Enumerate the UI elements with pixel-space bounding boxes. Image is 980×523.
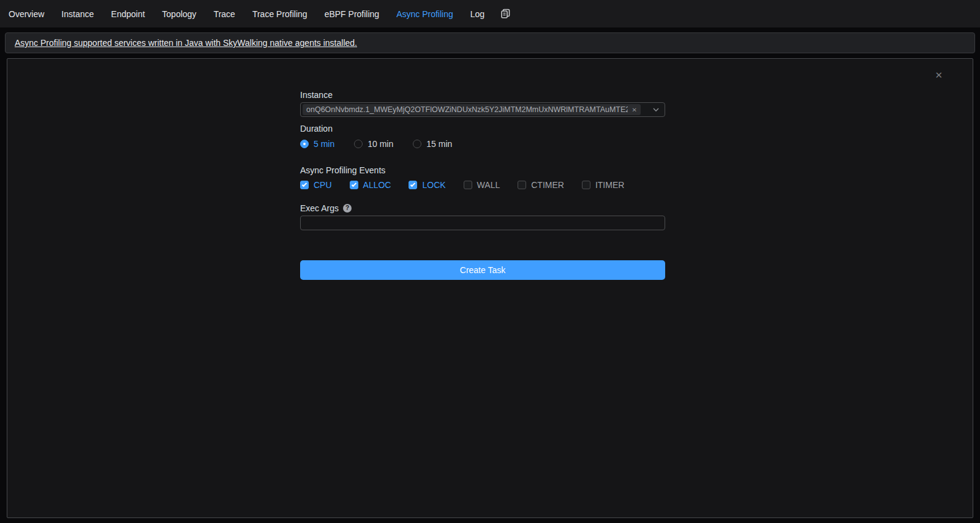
radio-icon	[413, 140, 421, 148]
tag-remove-icon[interactable]: ✕	[632, 107, 637, 113]
instance-label: Instance	[300, 90, 333, 100]
events-checkbox-group: CPU ALLOC LOCK WALL CTIMER ITIMER	[300, 180, 624, 190]
event-checkbox-cpu[interactable]: CPU	[300, 180, 332, 190]
duration-radio-5min[interactable]: 5 min	[300, 139, 334, 149]
tab-async-profiling[interactable]: Async Profiling	[388, 9, 462, 19]
instance-tag: onQ6OnNvbmdz.1_MWEyMjQ2OTFlOWZiNDUxNzk5Y…	[303, 104, 641, 115]
checkbox-icon	[409, 181, 417, 189]
exec-args-label: Exec Args	[300, 203, 339, 213]
radio-icon	[300, 140, 309, 148]
exec-args-input[interactable]	[300, 216, 665, 230]
tab-endpoint[interactable]: Endpoint	[102, 9, 153, 19]
tab-ebpf-profiling[interactable]: eBPF Profiling	[316, 9, 388, 19]
exec-args-label-row: Exec Args ?	[300, 203, 352, 213]
banner-link[interactable]: Async Profiling supported services writt…	[15, 38, 357, 48]
async-profiling-task-panel: ✕ Instance onQ6OnNvbmdz.1_MWEyMjQ2OTFlOW…	[7, 58, 973, 518]
notice-banner: Async Profiling supported services writt…	[5, 32, 975, 53]
tab-trace[interactable]: Trace	[205, 9, 244, 19]
copy-document-icon[interactable]	[493, 9, 518, 19]
tab-instance[interactable]: Instance	[53, 9, 102, 19]
create-task-button[interactable]: Create Task	[300, 260, 665, 280]
checkbox-icon	[518, 181, 526, 189]
duration-label: Duration	[300, 124, 333, 134]
instance-tag-text: onQ6OnNvbmdz.1_MWEyMjQ2OTFlOWZiNDUxNzk5Y…	[306, 105, 628, 114]
event-checkbox-ctimer[interactable]: CTIMER	[518, 180, 564, 190]
chevron-down-icon	[652, 106, 660, 113]
duration-radio-group: 5 min 10 min 15 min	[300, 139, 452, 149]
duration-radio-15min[interactable]: 15 min	[413, 139, 452, 149]
top-nav: Overview Instance Endpoint Topology Trac…	[0, 0, 980, 28]
radio-icon	[354, 140, 363, 148]
event-checkbox-alloc[interactable]: ALLOC	[350, 180, 391, 190]
instance-select[interactable]: onQ6OnNvbmdz.1_MWEyMjQ2OTFlOWZiNDUxNzk5Y…	[300, 102, 665, 117]
event-checkbox-itimer[interactable]: ITIMER	[582, 180, 624, 190]
question-icon[interactable]: ?	[343, 204, 352, 213]
tab-topology[interactable]: Topology	[154, 9, 205, 19]
checkbox-icon	[464, 181, 472, 189]
event-checkbox-wall[interactable]: WALL	[464, 180, 500, 190]
tab-log[interactable]: Log	[462, 9, 493, 19]
checkbox-icon	[300, 181, 309, 189]
tab-overview[interactable]: Overview	[0, 9, 53, 19]
checkbox-icon	[582, 181, 590, 189]
checkbox-icon	[350, 181, 358, 189]
events-label: Async Profiling Events	[300, 165, 385, 175]
close-icon[interactable]: ✕	[935, 71, 943, 80]
tab-trace-profiling[interactable]: Trace Profiling	[244, 9, 316, 19]
duration-radio-10min[interactable]: 10 min	[354, 139, 393, 149]
event-checkbox-lock[interactable]: LOCK	[409, 180, 445, 190]
